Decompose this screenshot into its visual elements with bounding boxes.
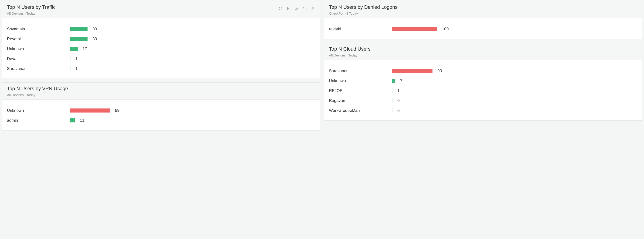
card-denied: Top N Users by Denied Logons CheckPoint … xyxy=(324,1,642,39)
row-bar xyxy=(70,56,70,62)
row-bar xyxy=(392,78,395,84)
chart-body: Saravanan90Unknown7REJOE1Ragavan0WorkGro… xyxy=(324,60,642,120)
chart-row: Ragavan0 xyxy=(329,96,637,106)
chart-row: Saravanan1 xyxy=(7,64,315,74)
expand-icon[interactable] xyxy=(303,6,307,10)
row-value: 100 xyxy=(442,27,449,32)
chart-row: revathi100 xyxy=(329,24,637,34)
card-title: Top N Cloud Users xyxy=(329,46,370,52)
card-header: Top N Cloud Users All Devices | Today xyxy=(324,43,642,60)
card-titles: Top N Users by Denied Logons CheckPoint … xyxy=(329,4,398,15)
row-label: revathi xyxy=(329,27,392,32)
card-header: Top N Users by Denied Logons CheckPoint … xyxy=(324,1,642,18)
chart-row: Shyamala39 xyxy=(7,24,315,34)
chart-row: Saravanan90 xyxy=(329,66,637,76)
chart-row: Deva1 xyxy=(7,54,315,64)
chart-row: REJOE1 xyxy=(329,86,637,96)
row-label: Saravanan xyxy=(329,69,392,73)
row-label: Unknown xyxy=(329,78,392,83)
row-value: 0 xyxy=(398,108,400,113)
row-value: 11 xyxy=(80,118,84,123)
row-label: Unknown xyxy=(7,46,70,51)
row-bar xyxy=(392,68,432,74)
row-bar xyxy=(70,46,78,52)
row-label: WorkGroup\\Mari xyxy=(329,108,392,113)
row-bar xyxy=(70,26,88,32)
row-bar xyxy=(70,36,88,42)
row-value: 89 xyxy=(115,108,120,113)
right-column: Top N Users by Denied Logons CheckPoint … xyxy=(324,1,642,130)
row-bar xyxy=(392,26,437,32)
chart-row: Unknown17 xyxy=(7,44,315,54)
card-subtitle: All Devices | Today xyxy=(7,93,68,97)
row-bar xyxy=(70,66,70,71)
row-value: 1 xyxy=(76,56,78,61)
row-value: 7 xyxy=(400,78,402,83)
chart-row: Unknown7 xyxy=(329,76,637,86)
card-titles: Top N Users by VPN Usage All Devices | T… xyxy=(7,86,68,97)
card-subtitle: CheckPoint | Today xyxy=(329,12,398,15)
card-titles: Top N Users by Traffic All Devices | Tod… xyxy=(7,4,56,15)
row-label: Shyamala xyxy=(7,27,70,32)
row-bar xyxy=(392,88,392,94)
chart-row: Revathi39 xyxy=(7,34,315,44)
card-vpn: Top N Users by VPN Usage All Devices | T… xyxy=(2,82,320,130)
export-icon[interactable] xyxy=(287,6,291,10)
card-toolbar xyxy=(278,4,315,10)
row-bar xyxy=(70,108,110,113)
row-value: 0 xyxy=(398,98,400,103)
row-value: 39 xyxy=(92,27,97,32)
card-subtitle: All Devices | Today xyxy=(329,53,370,57)
card-title: Top N Users by VPN Usage xyxy=(7,86,68,92)
row-value: 90 xyxy=(438,69,442,73)
left-column: Top N Users by Traffic All Devices | Tod… xyxy=(2,1,320,130)
dashboard: Top N Users by Traffic All Devices | Tod… xyxy=(0,0,644,132)
row-label: admin xyxy=(7,118,70,123)
edit-icon[interactable] xyxy=(295,6,299,10)
row-label: Unknown xyxy=(7,108,70,113)
row-label: Saravanan xyxy=(7,66,70,71)
chart-row: admin11 xyxy=(7,116,315,125)
chart-row: Unknown89 xyxy=(7,106,315,116)
card-title: Top N Users by Traffic xyxy=(7,4,56,10)
row-value: 39 xyxy=(92,37,97,42)
chart-body: Shyamala39Revathi39Unknown17Deva1Saravan… xyxy=(2,18,320,78)
row-bar xyxy=(70,118,75,123)
row-bar xyxy=(392,108,392,113)
card-subtitle: All Devices | Today xyxy=(7,12,56,15)
row-label: Deva xyxy=(7,56,70,61)
row-label: REJOE xyxy=(329,88,392,93)
row-label: Ragavan xyxy=(329,98,392,103)
chart-body: revathi100 xyxy=(324,18,642,39)
card-header: Top N Users by Traffic All Devices | Tod… xyxy=(2,1,320,18)
row-value: 1 xyxy=(76,66,78,71)
row-bar xyxy=(392,98,392,103)
card-titles: Top N Cloud Users All Devices | Today xyxy=(329,46,370,57)
card-cloud: Top N Cloud Users All Devices | Today Sa… xyxy=(324,43,642,121)
chart-body: Unknown89admin11 xyxy=(2,100,320,130)
card-title: Top N Users by Denied Logons xyxy=(329,4,398,10)
refresh-icon[interactable] xyxy=(278,6,282,10)
row-label: Revathi xyxy=(7,37,70,42)
row-value: 1 xyxy=(398,88,400,93)
card-traffic: Top N Users by Traffic All Devices | Tod… xyxy=(2,1,320,79)
row-value: 17 xyxy=(82,46,87,51)
delete-icon[interactable] xyxy=(311,6,315,10)
card-header: Top N Users by VPN Usage All Devices | T… xyxy=(2,82,320,100)
chart-row: WorkGroup\\Mari0 xyxy=(329,106,637,116)
